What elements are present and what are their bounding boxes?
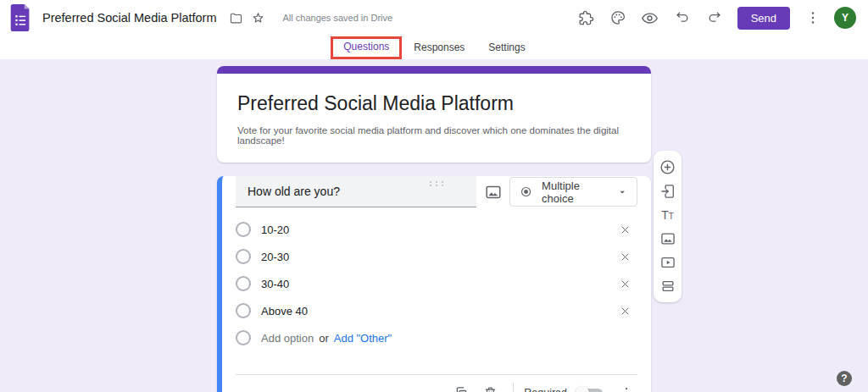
question-type-select[interactable]: Multiple choice [509,177,637,207]
puzzle-icon [577,9,594,26]
options-list: 10-20 20-30 30-40 Above 40 [236,216,637,351]
add-ons-button[interactable] [575,7,597,29]
add-title-button[interactable]: TT [657,204,678,225]
kebab-menu-icon [619,385,634,392]
preview-button[interactable] [639,7,661,29]
tab-responses[interactable]: Responses [402,36,476,59]
remove-option-button[interactable] [614,218,636,240]
folder-icon [229,11,243,25]
help-button[interactable]: ? [837,371,852,386]
redo-button[interactable] [704,7,726,29]
option-label[interactable]: 20-30 [261,251,289,263]
delete-question-button[interactable] [479,382,501,392]
required-toggle[interactable] [576,385,604,392]
close-icon [619,278,632,290]
required-label: Required [524,387,567,392]
tab-settings[interactable]: Settings [476,36,537,59]
add-question-button[interactable] [657,157,678,178]
option-row: 10-20 [236,216,637,243]
redo-icon [706,9,723,26]
undo-button[interactable] [671,7,693,29]
more-options-button[interactable] [802,7,824,29]
question-more-options-button[interactable] [615,382,637,392]
add-section-icon [659,278,676,295]
image-icon [484,183,503,202]
or-label: or [319,332,329,345]
palette-icon [609,9,626,26]
remove-option-button[interactable] [614,273,636,295]
document-title[interactable]: Preferred Social Media Platform [42,11,217,25]
customize-theme-button[interactable] [607,7,629,29]
question-footer-toolbar: Required [236,374,637,392]
close-icon [619,305,632,317]
form-description[interactable]: Vote for your favorite social media plat… [237,125,631,146]
close-icon [619,224,632,236]
editor-tab-bar: Questions Responses Settings [0,36,868,59]
toggle-knob [576,386,589,392]
account-avatar[interactable]: Y [834,7,856,29]
google-forms-logo-icon[interactable] [8,3,32,32]
radio-circle-icon [236,303,251,318]
move-to-folder-button[interactable] [227,8,246,27]
trash-icon [482,385,498,392]
option-row: Above 40 [236,297,637,324]
radio-circle-icon [236,249,251,264]
question-tools-toolbar: TT [654,151,682,302]
add-option-button[interactable]: Add option [261,332,314,345]
send-button[interactable]: Send [737,7,790,30]
star-icon [251,11,265,25]
add-video-button[interactable] [657,251,678,273]
add-image-button[interactable] [657,228,678,249]
drag-handle-icon[interactable] [430,181,443,186]
add-question-icon [659,158,676,176]
import-questions-icon [659,183,676,200]
option-label[interactable]: 30-40 [261,278,289,290]
star-button[interactable] [249,8,268,27]
import-questions-button[interactable] [657,180,678,202]
video-icon [659,254,676,271]
add-title-icon: TT [661,208,674,222]
add-section-button[interactable] [657,275,678,296]
eye-icon [641,9,659,27]
theme-color-strip [217,66,651,74]
multiple-choice-icon [519,184,533,200]
radio-circle-icon [236,222,251,237]
top-bar-left: Preferred Social Media Platform All chan… [8,3,392,32]
form-content-column: Preferred Social Media Platform Vote for… [217,59,651,392]
save-status: All changes saved in Drive [283,13,393,23]
add-image-to-question-button[interactable] [482,181,504,203]
tab-questions[interactable]: Questions [343,41,389,52]
radio-circle-icon [236,330,251,345]
footer-divider [513,383,514,392]
form-header-card[interactable]: Preferred Social Media Platform Vote for… [217,66,651,163]
option-label[interactable]: 10-20 [261,224,289,236]
question-card[interactable]: How old are you? Multiple choice 10-20 [217,176,651,392]
add-option-row: Add option or Add "Other" [236,324,637,351]
copy-icon [453,385,470,392]
duplicate-question-button[interactable] [450,382,472,392]
kebab-menu-icon [804,9,821,26]
remove-option-button[interactable] [614,246,636,268]
top-bar: Preferred Social Media Platform All chan… [0,0,868,36]
chevron-down-icon [616,185,628,199]
image-icon [659,230,676,247]
form-header-body: Preferred Social Media Platform Vote for… [217,74,651,163]
add-other-button[interactable]: Add "Other" [334,332,392,345]
radio-circle-icon [236,276,251,291]
remove-option-button[interactable] [614,300,636,322]
option-row: 30-40 [236,270,637,297]
top-bar-right: Send Y [575,7,856,30]
question-type-label: Multiple choice [542,179,607,205]
tab-questions-annotation-box[interactable]: Questions [331,36,402,59]
close-icon [619,251,632,263]
form-canvas: Preferred Social Media Platform Vote for… [0,59,868,392]
option-label[interactable]: Above 40 [261,305,308,317]
form-title[interactable]: Preferred Social Media Platform [237,92,631,115]
option-row: 20-30 [236,243,637,270]
undo-icon [674,9,691,26]
